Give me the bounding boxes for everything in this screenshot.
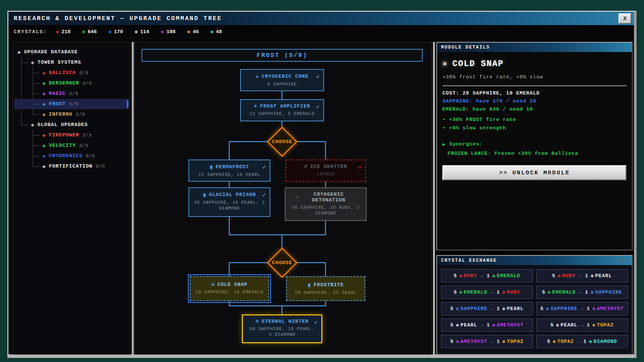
- arrow-icon: →: [480, 273, 484, 279]
- exchange-button-emerald-ruby[interactable]: 5❖EMERALD→1❖RUBY: [441, 286, 533, 299]
- exchange-button-topaz-diamond[interactable]: 5❖TOPAZ→1❖DIAMOND: [536, 335, 628, 348]
- gem-icon: ❖: [42, 153, 46, 160]
- check-icon: ✓: [263, 191, 266, 198]
- crystal-topaz: ❖46: [187, 29, 199, 35]
- amethyst-gem-icon: ❖: [161, 29, 164, 35]
- tree-connector: [297, 262, 326, 263]
- tree-connector: [229, 217, 230, 235]
- sidebar-item-frost[interactable]: ❖FROST5/9: [14, 99, 129, 109]
- tree-connector: [229, 262, 230, 276]
- window-title: RESEARCH & DEVELOPMENT — UPGRADE COMMAND…: [8, 15, 222, 22]
- sidebar-item-upgrade-database[interactable]: ❖UPGRADE DATABASE: [14, 47, 129, 57]
- arrow-icon: →: [577, 339, 580, 345]
- tree-connector: [325, 141, 326, 160]
- sidebar-item-fortification[interactable]: ❖FORTIFICATION0/5: [14, 161, 129, 172]
- effect-line: • +30% FROST fire rate: [442, 117, 627, 123]
- requirement-sapphire: SAPPHIRE: have 170 / need 28: [442, 99, 627, 104]
- node-cost: 28 SAPPHIRE, 10 EMERALD: [191, 289, 268, 295]
- choose-branch-node: CHOOSE: [267, 127, 298, 157]
- node-cryogenic-core[interactable]: ✦CRYOGENIC CORE ✓ 6 SAPPHIRE: [240, 69, 324, 91]
- close-button[interactable]: X: [619, 13, 631, 24]
- arrow-icon: →: [490, 306, 494, 312]
- waves-icon: ≈: [256, 319, 259, 324]
- gem-icon: ❖: [455, 339, 459, 345]
- gem-icon: ❖: [592, 322, 596, 328]
- node-glacial-prison[interactable]: ▮GLACIAL PRISON ✓ 35 SAPPHIRE, 15 PEARL,…: [189, 187, 270, 217]
- node-cryogenic-detonation[interactable]: ○CRYOGENIC DETONATION 35 SAPPHIRE, 15 RU…: [285, 187, 367, 221]
- check-icon: ✓: [314, 319, 318, 326]
- crystals-label: CRYSTALS:: [14, 29, 47, 35]
- tree-connector: [229, 305, 326, 306]
- exchange-button-pearl-amethyst[interactable]: 5❖PEARL→1❖AMETHYST: [441, 318, 533, 332]
- divider: [442, 85, 627, 86]
- sidebar-item-cryogenics[interactable]: ❖CRYOGENICS0/5: [14, 151, 129, 161]
- diamond-gem-icon: ❖: [210, 29, 214, 35]
- tree-connector: [297, 141, 326, 142]
- gem-icon: ❖: [492, 322, 496, 328]
- exchange-button-amethyst-topaz[interactable]: 5❖AMETHYST→1❖TOPAZ: [441, 335, 533, 348]
- exchange-rate: 5:1: [618, 258, 628, 263]
- gem-icon: ❖: [557, 273, 561, 279]
- gem-icon: ❖: [42, 163, 46, 170]
- sidebar-item-magic[interactable]: ❖MAGIC4/9: [14, 88, 129, 99]
- arrow-icon: →: [480, 322, 484, 328]
- arrow-icon: →: [579, 273, 582, 279]
- node-cold-snap[interactable]: »COLD SNAP 28 SAPPHIRE, 10 EMERALD: [190, 276, 269, 301]
- sidebar-item-firepower[interactable]: ❖FIREPOWER3/5: [14, 130, 129, 140]
- crystal-amethyst: ❖108: [161, 29, 175, 35]
- arrow-icon: →: [490, 290, 494, 295]
- node-eternal-winter[interactable]: ≈ETERNAL WINTER ✓ 50 SAPPHIRE, 15 PEARL,…: [242, 314, 322, 343]
- node-frostbite[interactable]: ▮FROSTBITE 28 SAPPHIRE, 12 PEARL: [286, 276, 365, 301]
- sidebar-item-ballista[interactable]: ❖BALLISTA4/9: [14, 68, 129, 78]
- exchange-button-sapphire-amethyst[interactable]: 5❖SAPPHIRE→1❖AMETHYST: [536, 302, 628, 315]
- ice-block-icon: ▮: [308, 282, 311, 288]
- crystal-exchange-panel: CRYSTAL EXCHANGE 5:1 5❖RUBY→1❖EMERALD 5❖…: [436, 255, 633, 355]
- title-bar: RESEARCH & DEVELOPMENT — UPGRADE COMMAND…: [8, 12, 634, 26]
- chevrons-icon: »: [211, 282, 215, 288]
- splitter-left: [132, 42, 134, 355]
- tree-connector: [229, 234, 326, 235]
- sidebar-item-tower-systems[interactable]: ❖TOWER SYSTEMS: [14, 57, 129, 68]
- gem-icon: ❖: [42, 101, 46, 108]
- crystal-ruby: ❖218: [56, 29, 70, 35]
- gem-icon: ❖: [459, 273, 463, 279]
- node-frost-amplifier[interactable]: +FROST AMPLIFIER ✓ 12 SAPPHIRE, 5 EMERAL…: [240, 99, 324, 121]
- arrow-icon: →: [490, 339, 494, 345]
- triangle-icon: ▶: [442, 141, 446, 147]
- exchange-button-pearl-topaz[interactable]: 5❖PEARL→1❖TOPAZ: [536, 318, 628, 332]
- gem-icon: ❖: [492, 273, 496, 279]
- gem-icon: ❖: [42, 80, 46, 87]
- gem-icon: ❖: [459, 290, 463, 295]
- tree-title: FROST (5/9): [142, 49, 423, 62]
- sidebar-item-velocity[interactable]: ❖VELOCITY4/5: [14, 140, 129, 151]
- gem-icon: ❖: [592, 306, 596, 312]
- hash-icon: #: [304, 164, 308, 170]
- module-details-panel: MODULE DETAILS »COLD SNAP +30% frost fir…: [436, 42, 633, 250]
- unlock-module-button[interactable]: >> UNLOCK MODULE: [442, 165, 627, 180]
- sidebar-item-global-upgrades[interactable]: ❖GLOBAL UPGRADES: [14, 120, 129, 130]
- splitter-right: [433, 42, 435, 355]
- gem-icon: ❖: [546, 306, 549, 312]
- node-ice-shatter[interactable]: #ICE SHATTER ✕ LOCKED: [285, 160, 366, 182]
- sidebar-item-inferno[interactable]: ❖INFERNO3/9: [14, 109, 129, 120]
- exchange-button-ruby-emerald[interactable]: 5❖RUBY→1❖EMERALD: [441, 269, 533, 283]
- check-icon: ✓: [316, 73, 320, 80]
- gem-icon: ❖: [502, 339, 506, 345]
- module-cost-line: COST: 28 SAPPHIRE, 10 EMERALD: [442, 90, 627, 96]
- plus-icon: +: [254, 104, 257, 109]
- tree-connector: [325, 182, 326, 187]
- gem-icon: ❖: [590, 273, 594, 279]
- exchange-button-sapphire-pearl[interactable]: 5❖SAPPHIRE→1❖PEARL: [441, 302, 533, 315]
- node-cost: 50 SAPPHIRE, 15 PEARL, 3 DIAMOND: [243, 326, 321, 338]
- tree-connector: [229, 262, 268, 263]
- exchange-button-ruby-pearl[interactable]: 5❖RUBY→1❖PEARL: [536, 269, 628, 283]
- exchange-button-emerald-sapphire[interactable]: 5❖EMERALD→1❖SAPPHIRE: [536, 286, 628, 299]
- gem-icon: ❖: [17, 49, 21, 56]
- sidebar-item-berserker[interactable]: ❖BERSERKER4/9: [14, 78, 129, 88]
- node-permafrost[interactable]: ▮PERMAFROST ✓ 22 SAPPHIRE, 10 PEARL: [189, 160, 270, 182]
- choose-branch-node: CHOOSE: [267, 248, 298, 278]
- crystal-sapphire: ❖170: [108, 29, 123, 35]
- tree-connector: [281, 235, 282, 249]
- gem-icon: ❖: [590, 290, 594, 295]
- gem-icon: ❖: [556, 322, 559, 328]
